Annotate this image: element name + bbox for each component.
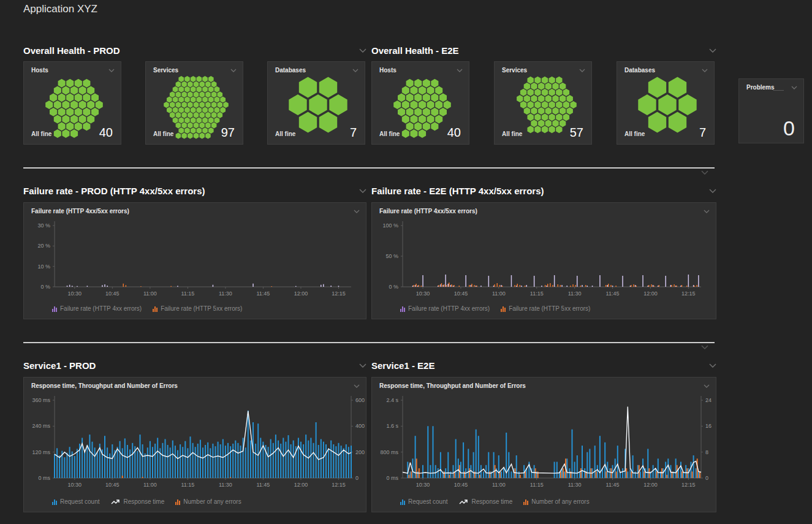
chevron-down-icon[interactable]: [704, 210, 710, 213]
legend-item[interactable]: Response time: [459, 498, 513, 505]
chart-tile-failure-e2e[interactable]: 0 %50 %100 %10:3010:4511:0011:1511:3011:…: [371, 202, 716, 319]
chevron-down-icon[interactable]: [230, 69, 237, 72]
legend-item[interactable]: Failure rate (HTTP 4xx errors): [52, 305, 142, 312]
section-title: Overall Health - E2E: [371, 45, 459, 56]
chart-tile-failure-prod[interactable]: 0 %10 %20 %30 %10:3010:4511:0011:1511:30…: [23, 202, 366, 319]
legend-item[interactable]: Request count: [400, 498, 448, 505]
svg-text:12:15: 12:15: [681, 482, 696, 488]
svg-text:360 ms: 360 ms: [32, 397, 50, 403]
chart-title: Failure rate (HTTP 4xx/5xx errors): [379, 208, 477, 215]
bar-series-icon: [52, 499, 57, 505]
legend-item[interactable]: Number of any errors: [175, 498, 241, 505]
problems-count: 0: [783, 116, 795, 140]
svg-text:11:30: 11:30: [568, 482, 582, 488]
legend-item[interactable]: Response time: [111, 498, 165, 505]
svg-text:240 ms: 240 ms: [32, 423, 50, 429]
failure-rate-e2e-chart[interactable]: 0 %50 %100 %10:3010:4511:0011:1511:3011:…: [372, 203, 717, 320]
legend-label: Failure rate (HTTP 4xx errors): [60, 305, 142, 312]
health-tile-services-prod[interactable]: Services All fine 97: [145, 61, 243, 145]
legend-label: Failure rate (HTTP 5xx errors): [161, 305, 242, 312]
chevron-down-icon[interactable]: [791, 86, 797, 89]
legend-item[interactable]: Failure rate (HTTP 4xx errors): [400, 305, 490, 312]
tile-title: Hosts: [31, 67, 48, 74]
chevron-down-icon[interactable]: [457, 69, 463, 72]
legend-item[interactable]: Failure rate (HTTP 5xx errors): [153, 305, 242, 312]
svg-text:12:15: 12:15: [332, 482, 346, 488]
status-text: All fine: [502, 131, 522, 137]
status-text: All fine: [624, 131, 645, 137]
chevron-down-icon[interactable]: [579, 69, 585, 72]
chevron-down-icon[interactable]: [702, 69, 708, 72]
line-series-icon: [111, 499, 121, 505]
svg-text:0: 0: [705, 475, 708, 481]
chevron-down-icon[interactable]: [352, 69, 359, 72]
legend-item[interactable]: Request count: [52, 498, 100, 505]
bar-series-icon: [400, 499, 405, 505]
chevron-down-icon[interactable]: [108, 69, 115, 72]
legend-item[interactable]: Failure rate (HTTP 5xx errors): [501, 305, 590, 312]
svg-text:11:45: 11:45: [257, 290, 270, 297]
svg-text:10:45: 10:45: [454, 290, 468, 297]
legend-item[interactable]: Number of any errors: [523, 498, 589, 505]
chevron-down-icon[interactable]: [709, 363, 716, 368]
chart-tile-service-e2e[interactable]: 0 ms800 ms1.6 s2.4 s08162410:3010:4511:0…: [371, 377, 716, 512]
health-tile-services-e2e[interactable]: Services All fine 57: [494, 61, 592, 145]
tile-count: 7: [699, 126, 706, 140]
svg-text:11:00: 11:00: [143, 290, 157, 297]
legend-label: Failure rate (HTTP 5xx errors): [509, 305, 590, 312]
health-tile-hosts-e2e[interactable]: Hosts All fine 40: [371, 61, 469, 145]
tile-title: Hosts: [379, 67, 397, 74]
health-tile-databases-prod[interactable]: Databases All fine 7: [267, 61, 365, 145]
row-collapse-chevron-icon[interactable]: [701, 170, 708, 175]
chevron-down-icon[interactable]: [709, 189, 716, 193]
chart-tile-service-prod[interactable]: 0 ms120 ms240 ms360 ms020040060010:3010:…: [23, 377, 366, 512]
chevron-down-icon[interactable]: [359, 363, 366, 368]
svg-text:10:30: 10:30: [68, 290, 82, 297]
svg-text:11:00: 11:00: [492, 290, 506, 297]
chevron-down-icon[interactable]: [709, 48, 716, 53]
svg-text:11:45: 11:45: [257, 482, 270, 488]
svg-text:10:30: 10:30: [416, 290, 430, 297]
tile-count: 40: [447, 126, 461, 140]
chevron-down-icon[interactable]: [704, 384, 710, 388]
chevron-down-icon[interactable]: [359, 48, 366, 53]
bar-series-icon: [501, 306, 506, 312]
bar-series-icon: [400, 306, 405, 312]
svg-text:12:15: 12:15: [332, 290, 346, 297]
chevron-down-icon[interactable]: [354, 384, 360, 388]
svg-text:0 ms: 0 ms: [386, 475, 398, 481]
chevron-down-icon[interactable]: [359, 189, 366, 193]
svg-text:11:00: 11:00: [492, 482, 506, 488]
section-title: Failure rate - PROD (HTTP 4xx/5xx errors…: [23, 186, 205, 196]
svg-text:11:15: 11:15: [530, 482, 544, 488]
tile-count: 40: [99, 126, 113, 140]
svg-text:10 %: 10 %: [37, 264, 50, 270]
chart-title: Response time, Throughput and Number of …: [379, 382, 526, 389]
chart-legend: Request countResponse timeNumber of any …: [52, 498, 241, 505]
section-header-failure-prod: Failure rate - PROD (HTTP 4xx/5xx errors…: [23, 184, 366, 197]
line-series-icon: [459, 499, 469, 505]
tile-count: 57: [570, 126, 583, 140]
health-tile-databases-e2e[interactable]: Databases All fine 7: [617, 61, 715, 145]
service1-e2e-chart[interactable]: 0 ms800 ms1.6 s2.4 s08162410:3010:4511:0…: [372, 378, 717, 513]
tile-title: Services: [153, 67, 178, 74]
svg-text:11:30: 11:30: [568, 290, 582, 297]
failure-rate-prod-chart[interactable]: 0 %10 %20 %30 %10:3010:4511:0011:1511:30…: [24, 203, 367, 320]
health-tile-hosts-prod[interactable]: Hosts All fine 40: [23, 61, 121, 145]
section-header-failure-e2e: Failure rate - E2E (HTTP 4xx/5xx errors): [371, 184, 716, 197]
bar-series-icon: [153, 306, 157, 312]
svg-text:16: 16: [705, 423, 711, 429]
svg-text:12:15: 12:15: [681, 290, 696, 297]
service1-prod-chart[interactable]: 0 ms120 ms240 ms360 ms020040060010:3010:…: [24, 378, 367, 513]
tile-title: Services: [502, 67, 527, 74]
section-header-health-prod: Overall Health - PROD: [23, 44, 366, 56]
chevron-down-icon[interactable]: [354, 210, 360, 213]
svg-text:11:30: 11:30: [219, 290, 232, 297]
svg-text:10:45: 10:45: [454, 482, 468, 488]
svg-text:200: 200: [355, 449, 365, 455]
svg-text:0 ms: 0 ms: [38, 475, 50, 481]
row-collapse-chevron-icon[interactable]: [701, 345, 708, 349]
svg-text:11:15: 11:15: [530, 290, 544, 297]
problems-tile[interactable]: Problems 0: [738, 78, 804, 143]
svg-text:10:45: 10:45: [105, 482, 120, 488]
